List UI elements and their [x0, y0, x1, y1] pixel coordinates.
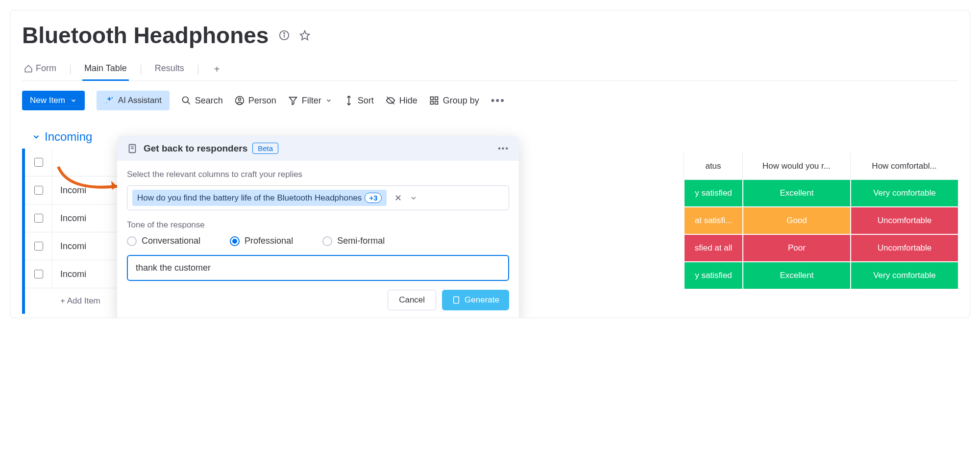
comfort-column: How comfortabl... Very comfortableUncomf…: [850, 152, 958, 290]
cancel-button[interactable]: Cancel: [388, 290, 436, 310]
status-cell[interactable]: Uncomfortable: [850, 235, 958, 262]
radio-label: Professional: [245, 236, 293, 246]
tab-results-label: Results: [155, 63, 184, 74]
ai-assistant-button[interactable]: AI Assistant: [97, 91, 170, 110]
ai-responder-popup: Get back to responders Beta ••• Select t…: [117, 136, 519, 318]
row-checkbox[interactable]: [25, 177, 52, 204]
table-row[interactable]: Incomi: [25, 232, 121, 260]
radio-icon: [322, 236, 332, 246]
status-cell[interactable]: sfied at all: [684, 235, 742, 262]
board-header: Bluetooth Headphones: [22, 22, 958, 49]
svg-point-6: [182, 97, 188, 103]
radio-label: Semi-formal: [337, 236, 385, 246]
chip-count: +3: [365, 193, 382, 203]
filter-button[interactable]: Filter: [288, 96, 332, 106]
select-all-checkbox[interactable]: [25, 149, 52, 176]
column-cells: y satisfiedat satisfi...sfied at ally sa…: [684, 180, 742, 290]
svg-rect-21: [454, 297, 459, 303]
tab-separator: [198, 65, 198, 75]
status-column: atus y satisfiedat satisfi...sfied at al…: [684, 152, 742, 290]
svg-marker-3: [300, 31, 309, 40]
status-cell[interactable]: Good: [742, 207, 850, 235]
chevron-down-icon[interactable]: [410, 194, 417, 202]
info-icon[interactable]: [276, 27, 292, 43]
row-checkbox[interactable]: [25, 260, 52, 288]
prompt-input[interactable]: [127, 255, 509, 281]
svg-rect-16: [435, 101, 438, 104]
tone-professional[interactable]: Professional: [230, 236, 293, 246]
new-item-button[interactable]: New Item: [22, 91, 85, 110]
table-row[interactable]: Incomi: [25, 260, 121, 288]
tab-separator: [141, 65, 141, 75]
filter-label: Filter: [302, 96, 321, 106]
sparkle-icon: [104, 96, 114, 105]
tab-main-table-label: Main Table: [84, 63, 127, 74]
tab-results[interactable]: Results: [153, 58, 186, 81]
tab-main-table[interactable]: Main Table: [82, 58, 129, 81]
row-checkbox[interactable]: [25, 204, 52, 232]
generate-button[interactable]: Generate: [442, 290, 509, 310]
rating-column: How would you r... ExcellentGoodPoorExce…: [742, 152, 850, 290]
sort-button[interactable]: Sort: [344, 96, 374, 106]
form-icon: [127, 143, 138, 154]
tone-conversational[interactable]: Conversational: [127, 236, 200, 246]
chip-text: How do you find the battery life of the …: [137, 193, 362, 203]
popup-title-wrap: Get back to responders Beta: [144, 143, 492, 154]
header-actions: [276, 27, 313, 43]
svg-point-5: [106, 102, 107, 103]
status-cell[interactable]: y satisfied: [684, 180, 742, 207]
star-icon[interactable]: [297, 27, 313, 43]
select-columns-label: Select the relevant columns to craft you…: [127, 170, 509, 179]
status-cell[interactable]: Very comfortable: [850, 262, 958, 290]
radio-label: Conversational: [142, 236, 200, 246]
table-row[interactable]: Incomi: [25, 177, 121, 204]
add-item-button[interactable]: + Add Item: [25, 288, 121, 314]
column-selector[interactable]: How do you find the battery life of the …: [127, 185, 509, 210]
popup-footer: Cancel Generate: [127, 290, 509, 310]
column-header[interactable]: How comfortabl...: [850, 152, 958, 180]
group-by-label: Group by: [443, 96, 479, 106]
svg-rect-15: [430, 101, 433, 104]
board-page: Bluetooth Headphones Form Main Table Res…: [10, 10, 970, 318]
new-item-label: New Item: [30, 96, 65, 105]
tab-form-label: Form: [36, 63, 56, 74]
status-cell[interactable]: y satisfied: [684, 262, 742, 290]
search-button[interactable]: Search: [181, 96, 223, 106]
status-cell[interactable]: Excellent: [742, 180, 850, 207]
selected-column-chip: How do you find the battery life of the …: [132, 190, 387, 206]
more-options-button[interactable]: •••: [491, 94, 505, 107]
status-cell[interactable]: Uncomfortable: [850, 207, 958, 235]
item-name: Incomi: [52, 185, 121, 196]
row-checkbox[interactable]: [25, 232, 52, 260]
tone-label: Tone of the response: [127, 220, 509, 230]
tab-form[interactable]: Form: [22, 58, 58, 81]
status-cell[interactable]: Very comfortable: [850, 180, 958, 207]
column-header[interactable]: How would you r...: [742, 152, 850, 180]
svg-marker-10: [289, 97, 296, 104]
column-cells: ExcellentGoodPoorExcellent: [742, 180, 850, 290]
group-by-button[interactable]: Group by: [429, 96, 479, 106]
tab-separator: [70, 65, 71, 75]
hide-button[interactable]: Hide: [386, 96, 417, 106]
item-name: Incomi: [52, 241, 121, 252]
svg-rect-14: [435, 97, 438, 100]
status-cell[interactable]: Poor: [742, 235, 850, 262]
svg-line-7: [187, 102, 190, 104]
table-row[interactable]: Incomi: [25, 204, 121, 232]
search-label: Search: [195, 96, 223, 106]
column-header[interactable]: atus: [684, 152, 742, 180]
clear-chip-icon[interactable]: ✕: [392, 193, 405, 203]
sort-label: Sort: [358, 96, 374, 106]
status-cell[interactable]: Excellent: [742, 262, 850, 290]
board-title: Bluetooth Headphones: [22, 22, 269, 49]
person-button[interactable]: Person: [235, 96, 276, 106]
add-view-button[interactable]: +: [210, 64, 224, 75]
board-toolbar: New Item AI Assistant Search Person Filt…: [22, 91, 958, 110]
svg-point-9: [238, 98, 241, 101]
item-name: Incomi: [52, 269, 121, 279]
table-left: Incomi Incomi Incomi Incomi + Add Item: [22, 149, 121, 314]
svg-rect-13: [430, 97, 433, 100]
popup-more-button[interactable]: •••: [498, 144, 509, 153]
tone-semi-formal[interactable]: Semi-formal: [322, 236, 385, 246]
status-cell[interactable]: at satisfi...: [684, 207, 742, 235]
